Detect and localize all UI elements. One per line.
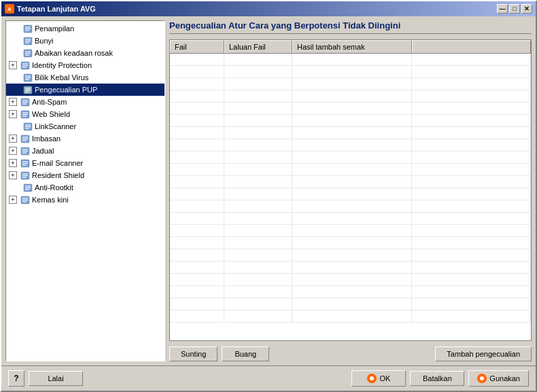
expand-icon[interactable]: + — [9, 98, 17, 106]
sidebar-item-resident-shield[interactable]: + Resident Shield — [6, 169, 164, 181]
table-row[interactable] — [170, 152, 531, 164]
table-row[interactable] — [170, 127, 531, 139]
expand-icon[interactable]: + — [9, 196, 17, 204]
item-icon — [23, 183, 33, 192]
col-laluan-header[interactable]: Laluan Fail — [224, 40, 292, 53]
sidebar-item-bunyi[interactable]: Bunyi — [6, 35, 164, 47]
sidebar-item-imbasan[interactable]: + Imbasan — [6, 132, 164, 145]
sidebar-label: Bunyi — [35, 37, 54, 45]
cell-laluan — [224, 188, 292, 200]
table-row[interactable] — [170, 90, 531, 103]
buang-button[interactable]: Buang — [222, 346, 269, 361]
table-row[interactable] — [170, 249, 531, 262]
cell-extra — [412, 298, 532, 310]
maximize-button[interactable]: □ — [509, 4, 520, 14]
sidebar-label: E-mail Scanner — [32, 159, 83, 167]
ok-button[interactable]: OK — [351, 370, 406, 387]
tambah-button[interactable]: Tambah pengecualian — [435, 346, 532, 361]
table-row[interactable] — [170, 225, 531, 237]
cell-hasil — [292, 237, 412, 249]
minimize-button[interactable]: — — [497, 4, 508, 14]
table-row[interactable] — [170, 298, 531, 310]
sidebar-item-identity[interactable]: + Identity Protection — [6, 59, 164, 71]
table-header: Fail Laluan Fail Hasil tambah semak — [170, 40, 531, 54]
table-row[interactable] — [170, 139, 531, 152]
cell-laluan — [224, 176, 292, 188]
table-row[interactable] — [170, 213, 531, 225]
main-window: A Tetapan Lanjutan AVG — □ ✕ Penampilan — [0, 0, 537, 392]
sidebar-label: Jadual — [32, 147, 54, 155]
table-body: // Generate empty rows to fill the table… — [170, 54, 531, 340]
sidebar-item-penampilan[interactable]: Penampilan — [6, 22, 164, 35]
expand-icon[interactable]: + — [9, 159, 17, 167]
close-button[interactable]: ✕ — [521, 4, 532, 14]
sidebar-label: LinkScanner — [35, 122, 76, 130]
col-fail-header[interactable]: Fail — [170, 40, 224, 53]
help-button[interactable]: ? — [8, 370, 24, 387]
expand-icon[interactable]: + — [9, 135, 17, 143]
expand-icon[interactable]: + — [9, 61, 17, 69]
sidebar-label: Resident Shield — [32, 171, 84, 179]
table-row[interactable] — [170, 66, 531, 78]
cell-fail — [170, 139, 224, 151]
sidebar-item-jadual[interactable]: + Jadual — [6, 145, 164, 157]
item-icon — [23, 122, 33, 131]
table-row[interactable] — [170, 237, 531, 249]
sidebar-item-web-shield[interactable]: + Web Shield — [6, 108, 164, 120]
sidebar-label: Pengecualian PUP — [35, 86, 97, 94]
table-row[interactable] — [170, 310, 531, 323]
sidebar-item-anti-rootkit[interactable]: Anti-Rootkit — [6, 181, 164, 194]
cell-extra — [412, 262, 532, 273]
table-row[interactable] — [170, 262, 531, 274]
table-row[interactable] — [170, 188, 531, 200]
cell-hasil — [292, 274, 412, 285]
cell-extra — [412, 164, 532, 175]
cell-laluan — [224, 286, 292, 298]
cell-fail — [170, 310, 224, 322]
table-row[interactable] — [170, 78, 531, 90]
expand-icon[interactable]: + — [9, 171, 17, 179]
item-icon — [23, 73, 33, 82]
col-hasil-header[interactable]: Hasil tambah semak — [292, 40, 412, 53]
sidebar-item-email-scanner[interactable]: + E-mail Scanner — [6, 157, 164, 169]
table-row[interactable] — [170, 176, 531, 188]
expand-icon[interactable]: + — [9, 110, 17, 118]
table-row[interactable] — [170, 103, 531, 115]
table-row[interactable] — [170, 286, 531, 298]
cell-laluan — [224, 139, 292, 151]
item-icon — [20, 195, 30, 204]
cell-hasil — [292, 262, 412, 273]
title-buttons: — □ ✕ — [497, 4, 532, 14]
sidebar-item-pengecualian-pup[interactable]: Pengecualian PUP — [6, 84, 164, 96]
cell-laluan — [224, 298, 292, 310]
batalkan-button[interactable]: Batalkan — [410, 371, 464, 386]
cell-laluan — [224, 54, 292, 65]
cell-extra — [412, 249, 532, 261]
cell-hasil — [292, 225, 412, 236]
sidebar-item-linkscanner[interactable]: LinkScanner — [6, 120, 164, 132]
lalai-button[interactable]: Lalai — [29, 371, 83, 386]
sidebar-item-abaikan[interactable]: Abaikan keadaan rosak — [6, 47, 164, 59]
table-row[interactable] — [170, 200, 531, 213]
cell-laluan — [224, 213, 292, 224]
cell-extra — [412, 274, 532, 285]
cell-hasil — [292, 188, 412, 200]
cell-hasil — [292, 78, 412, 90]
title-bar: A Tetapan Lanjutan AVG — □ ✕ — [1, 1, 536, 16]
cell-fail — [170, 274, 224, 285]
cell-laluan — [224, 310, 292, 322]
table-row[interactable] — [170, 164, 531, 176]
cell-fail — [170, 286, 224, 298]
expand-icon[interactable]: + — [9, 147, 17, 155]
item-icon — [20, 158, 30, 168]
sidebar-item-anti-spam[interactable]: + Anti-Spam — [6, 96, 164, 108]
table-row[interactable] — [170, 115, 531, 127]
sidebar-item-bilik-kebal[interactable]: Bilik Kebal Virus — [6, 71, 164, 84]
sidebar-item-kemas-kini[interactable]: + Kemas kini — [6, 194, 164, 206]
table-row[interactable] — [170, 54, 531, 66]
cell-extra — [412, 237, 532, 249]
table-row[interactable] — [170, 274, 531, 286]
sunting-button[interactable]: Sunting — [169, 346, 218, 361]
gunakan-button[interactable]: Gunakan — [468, 370, 529, 387]
item-icon — [20, 171, 30, 180]
